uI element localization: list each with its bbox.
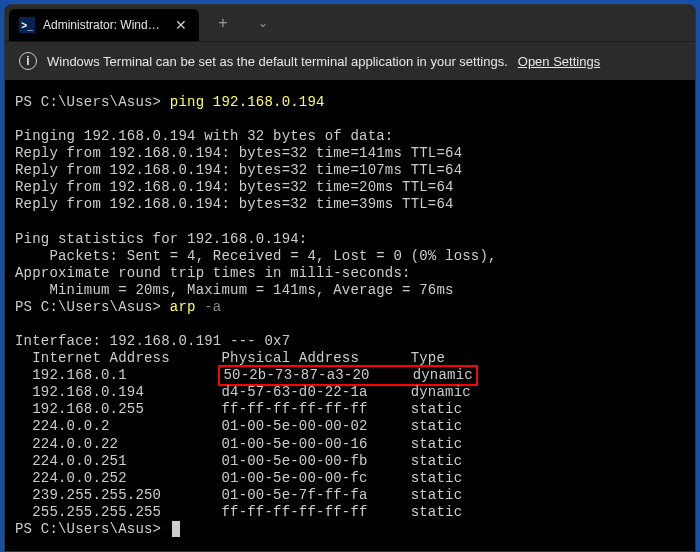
terminal-output[interactable]: PS C:\Users\Asus> ping 192.168.0.194 Pin… bbox=[5, 80, 695, 551]
cursor bbox=[172, 521, 180, 537]
tab-powershell[interactable]: >_ Administrator: Windows PowerS ✕ bbox=[9, 9, 199, 41]
infobar: i Windows Terminal can be set as the def… bbox=[5, 41, 695, 80]
infobar-message: Windows Terminal can be set as the defau… bbox=[47, 54, 508, 69]
prompt: PS C:\Users\Asus> bbox=[15, 521, 161, 537]
highlighted-arp-entry: 50-2b-73-87-a3-20 dynamic bbox=[218, 365, 477, 386]
info-icon: i bbox=[19, 52, 37, 70]
command-ping: ping bbox=[170, 94, 204, 110]
powershell-icon: >_ bbox=[19, 17, 35, 33]
close-icon[interactable]: ✕ bbox=[173, 17, 189, 33]
command-arp: arp bbox=[170, 299, 196, 315]
titlebar-actions: + ⌄ bbox=[203, 7, 283, 39]
arp-flag: -a bbox=[204, 299, 221, 315]
new-tab-button[interactable]: + bbox=[203, 7, 243, 39]
tab-title: Administrator: Windows PowerS bbox=[43, 18, 165, 32]
open-settings-link[interactable]: Open Settings bbox=[518, 54, 600, 69]
terminal-window: >_ Administrator: Windows PowerS ✕ + ⌄ i… bbox=[4, 4, 696, 552]
prompt: PS C:\Users\Asus> bbox=[15, 299, 161, 315]
titlebar: >_ Administrator: Windows PowerS ✕ + ⌄ bbox=[5, 5, 695, 41]
prompt: PS C:\Users\Asus> bbox=[15, 94, 161, 110]
tab-dropdown-button[interactable]: ⌄ bbox=[243, 7, 283, 39]
